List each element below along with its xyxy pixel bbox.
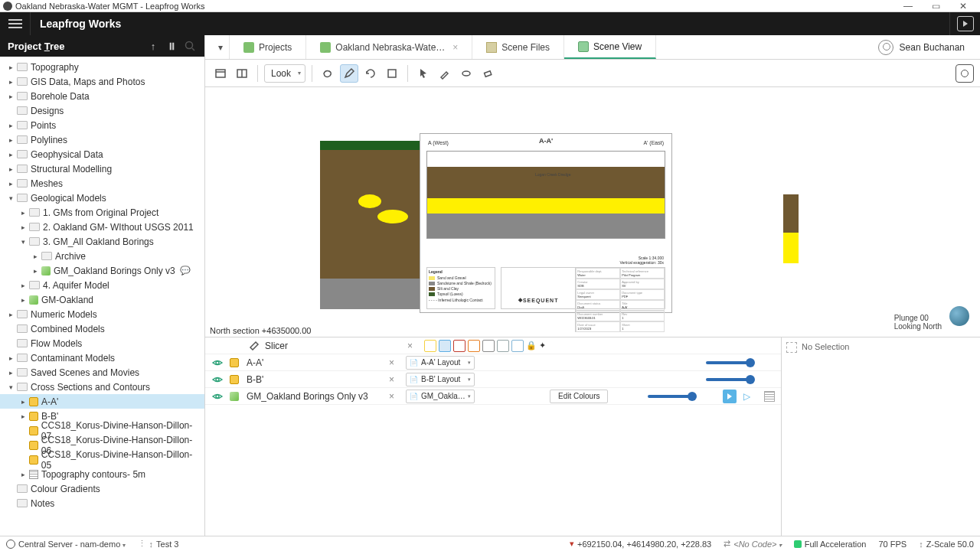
expander-icon[interactable] [6,150,15,159]
tree-item[interactable]: 1. GMs from Original Project [0,205,204,220]
tree-item[interactable]: Structural Modelling [0,161,204,176]
expander-icon[interactable] [18,295,28,305]
tree-item[interactable]: Archive [0,249,204,263]
tool-cursor[interactable] [414,64,433,83]
expander-icon[interactable] [31,252,40,261]
status-zscale[interactable]: ↕ Z-Scale 50.0 [919,540,974,549]
tree-item[interactable]: Polylines [0,132,204,147]
status-server[interactable]: Central Server - nam-demo [6,540,126,549]
tree-item[interactable]: Borehole Data [0,89,204,103]
tool-erase[interactable] [479,64,497,83]
remove-icon[interactable]: × [389,391,400,402]
visibility-icon[interactable] [211,340,224,352]
tool-rotate[interactable] [361,64,380,83]
tree-item[interactable]: Combined Models [0,321,204,336]
look-dropdown[interactable]: Look [264,64,305,83]
minimize-button[interactable]: — [894,1,922,11]
status-code[interactable]: ⇄ <No Code> [724,539,782,549]
layout-dropdown[interactable]: 📄A-A' Layout [406,356,475,370]
expander-icon[interactable] [6,368,15,377]
expander-icon[interactable] [18,237,28,246]
tree-item[interactable]: Topography [0,60,204,74]
tool-edit[interactable] [340,64,358,83]
edit-colours-button[interactable]: Edit Colours [550,390,608,403]
visibility-icon[interactable] [211,390,224,403]
tool-window-1[interactable] [211,64,230,83]
object-row[interactable]: B-B'×📄B-B' Layout [205,371,781,388]
tree-item[interactable]: GIS Data, Maps and Photos [0,74,204,89]
tree-item[interactable]: Contaminant Models [0,350,204,365]
status-test[interactable]: ⋮ ↕ Test 3 [138,539,179,549]
user-area[interactable]: Sean Buchanan [863,35,980,59]
screenshot-button[interactable] [956,64,974,83]
maximize-button[interactable]: ▭ [922,1,949,11]
orientation-widget[interactable] [949,306,969,326]
expander-icon[interactable] [6,77,15,86]
remove-icon[interactable]: × [407,341,418,351]
tree-item[interactable]: Numeric Models [0,307,204,321]
wand-icon[interactable]: ✦ [539,341,546,350]
expander-icon[interactable] [6,121,15,130]
tree-item[interactable]: Cross Sections and Contours [0,380,204,394]
viewmode-button[interactable] [453,340,466,352]
tree-item[interactable]: Geophysical Data [0,147,204,161]
object-row[interactable]: GM_Oakland Borings Only v3×📄GM_Oakla…Edi… [205,388,781,405]
expander-icon[interactable] [6,383,15,392]
lock-icon[interactable]: 🔒 [526,341,537,350]
tool-pen[interactable] [436,64,454,83]
tree-up-icon[interactable]: ↑ [146,39,160,53]
tab-scene-files[interactable]: Scene Files [472,35,564,59]
note-icon[interactable]: 💬 [180,266,191,276]
remove-icon[interactable]: × [389,374,400,385]
tree-item[interactable]: GM_Oakland Borings Only v3💬 [0,263,204,278]
tool-lasso[interactable] [318,64,337,83]
viewmode-button[interactable] [439,340,451,352]
expander-icon[interactable] [6,135,15,145]
tree-item[interactable]: Flow Models [0,336,204,350]
tab-projects[interactable]: Projects [230,35,306,59]
tree-item[interactable]: Geological Models [0,191,204,205]
tree-item[interactable]: GM-Oakland [0,292,204,307]
tool-window-2[interactable] [233,64,251,83]
layout-dropdown[interactable]: 📄B-B' Layout [406,373,475,386]
scene-viewport[interactable]: A-A' A (West) A' (East) Logan Creek Dred… [205,87,980,337]
layout-dropdown[interactable]: 📄GM_Oakla… [406,390,475,403]
tree-item[interactable]: Saved Scenes and Movies [0,365,204,380]
tree-item[interactable]: Points [0,118,204,132]
tree-item[interactable]: Notes [0,496,204,510]
skip-button[interactable] [740,390,753,403]
tree-item[interactable]: Designs [0,103,204,118]
opacity-slider[interactable] [706,378,752,381]
play-button[interactable] [723,390,737,403]
project-tree[interactable]: TopographyGIS Data, Maps and PhotosBoreh… [0,57,204,536]
expander-icon[interactable] [18,412,28,421]
legend-icon[interactable] [764,391,775,402]
tree-item[interactable]: A-A' [0,394,204,409]
object-row[interactable]: A-A'×📄A-A' Layout [205,354,781,371]
visibility-icon[interactable] [211,357,224,369]
object-row[interactable]: Slicer×🔒✦ [205,337,781,354]
expander-icon[interactable] [6,92,15,101]
expander-icon[interactable] [18,208,28,217]
tree-item[interactable]: CCS18_Korus-Divine-Hanson-Dillon-05 [0,452,204,467]
close-button[interactable]: ✕ [949,1,977,11]
expander-icon[interactable] [18,281,28,290]
object-list[interactable]: Slicer×🔒✦A-A'×📄A-A' LayoutB-B'×📄B-B' Lay… [205,337,781,536]
viewmode-button[interactable] [468,340,480,352]
remove-icon[interactable]: × [389,357,400,368]
expander-icon[interactable] [18,470,28,479]
tab-document[interactable]: Oakland Nebraska-Wate… × [306,35,472,59]
menu-button[interactable] [0,12,31,35]
tree-item[interactable]: 4. Aquifer Model [0,278,204,292]
expander-icon[interactable] [6,310,15,319]
expander-icon[interactable] [6,179,15,188]
expander-icon[interactable] [6,194,15,203]
tab-scene-view[interactable]: Scene View [564,35,656,59]
tree-item[interactable]: Meshes [0,176,204,191]
opacity-slider[interactable] [648,395,694,398]
viewmode-button[interactable] [482,340,495,352]
viewmode-button[interactable] [424,340,436,352]
expander-icon[interactable] [31,266,40,276]
tabs-dropdown[interactable]: ▾ [211,35,230,59]
viewmode-button[interactable] [511,340,524,352]
